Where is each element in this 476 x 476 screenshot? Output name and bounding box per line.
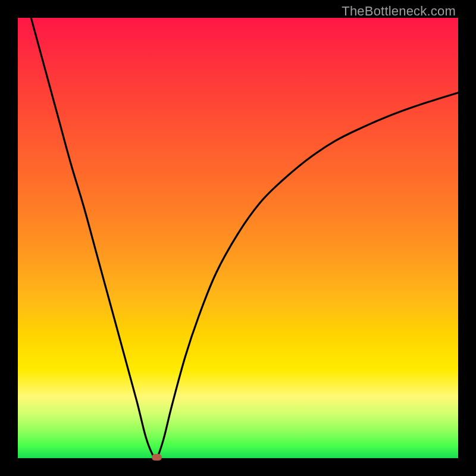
watermark-text: TheBottleneck.com [342, 4, 456, 19]
minimum-marker [152, 454, 162, 461]
plot-area [18, 18, 458, 458]
curve-path [31, 18, 458, 458]
bottleneck-curve [18, 18, 458, 458]
chart-frame: TheBottleneck.com [0, 0, 476, 476]
